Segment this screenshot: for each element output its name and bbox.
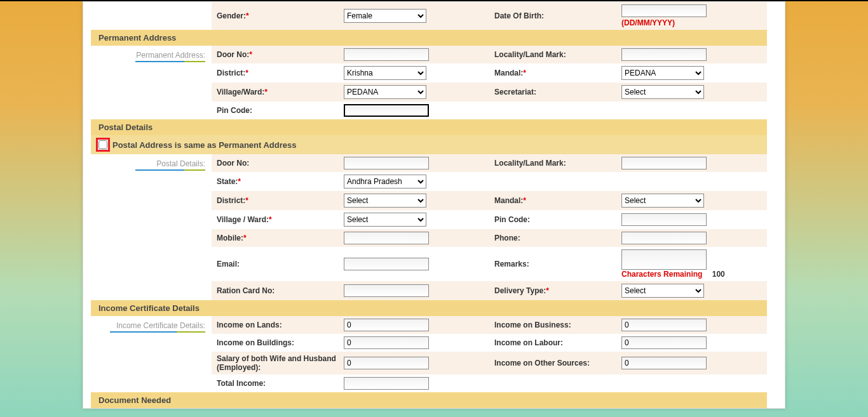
income-salary-label: Salary of both Wife and Husband (Employe… [217,354,344,372]
income-salary-input[interactable] [344,357,429,369]
same-as-permanent-checkbox[interactable] [98,140,107,149]
postal-pin-input[interactable] [621,213,707,226]
dob-input[interactable] [621,4,707,17]
postal-state-select[interactable]: Andhra Pradesh [344,175,426,189]
income-buildings-input[interactable] [344,336,429,349]
postal-locality-input[interactable] [621,157,707,169]
postal-ration-input[interactable] [344,284,429,297]
postal-phone-input[interactable] [621,232,707,244]
income-business-input[interactable] [621,319,707,331]
income-lands-label: Income on Lands: [217,321,344,329]
postal-delivery-select[interactable]: Select [621,284,704,298]
dob-label: Date Of Birth: [494,11,621,20]
applicant-row: Gender:* Female Date Of Birth: (DD/MM/YY… [91,2,767,30]
postal-door-input[interactable] [344,157,429,169]
postal-delivery-label: Delivery Type: [494,286,546,295]
postal-district-select[interactable]: Select [344,194,426,208]
postal-body: Postal Details: Door No: Locality/Land M… [91,154,767,300]
postal-remarks-label: Remarks: [494,260,621,268]
perm-locality-input[interactable] [621,48,707,61]
postal-village-select[interactable]: Select [344,213,426,227]
income-header: Income Certificate Details [91,300,767,316]
postal-state-label: State: [217,177,238,186]
income-body: Income Certificate Details: Income on La… [91,316,767,392]
postal-mobile-input[interactable] [344,232,429,244]
gender-label: Gender: [217,11,246,20]
postal-email-label: Email: [217,260,344,268]
perm-pincode-label: Pin Code: [217,106,344,115]
dob-hint: (DD/MM/YYYY) [621,18,762,27]
income-other-label: Income on Other Sources: [494,359,621,367]
postal-email-input[interactable] [344,258,429,270]
postal-mandal-label: Mandal: [494,196,523,205]
postal-district-label: District: [217,196,245,205]
postal-mobile-label: Mobile: [217,234,243,242]
perm-pincode-input[interactable] [344,104,429,117]
perm-secretariat-label: Secretariat: [494,88,621,96]
remarks-remaining-count: 100 [712,270,725,279]
income-buildings-label: Income on Buildings: [217,338,344,347]
perm-locality-label: Locality/Land Mark: [494,50,621,59]
perm-mandal-label: Mandal: [494,69,523,77]
perm-secretariat-select[interactable]: Select [621,85,704,99]
perm-village-select[interactable]: PEDANA [344,85,426,99]
income-total-input[interactable] [344,377,429,390]
income-total-label: Total Income: [217,379,344,388]
postal-mandal-select[interactable]: Select [621,194,704,208]
income-lands-input[interactable] [344,319,429,331]
perm-mandal-select[interactable]: PEDANA [621,66,704,80]
perm-district-select[interactable]: Krishna [344,66,426,80]
document-needed-header: Document Needed [91,392,767,408]
postal-door-label: Door No: [217,159,344,168]
postal-same-row: Postal Address is same as Permanent Addr… [91,135,767,154]
same-as-permanent-label: Postal Address is same as Permanent Addr… [112,140,297,150]
perm-door-input[interactable] [344,48,429,61]
permanent-address-body: Permanent Address: Door No:* Locality/La… [91,46,767,119]
income-other-input[interactable] [621,357,707,369]
remarks-remaining-label: Characters Remaining [621,270,702,279]
perm-door-label: Door No: [217,50,249,59]
income-labour-label: Income on Labour: [494,338,621,347]
postal-locality-label: Locality/Land Mark: [494,159,621,168]
permanent-address-header: Permanent Address [91,30,767,46]
income-business-label: Income on Business: [494,321,621,329]
postal-header: Postal Details [91,119,767,135]
postal-village-label: Village / Ward: [217,215,269,224]
income-side-label: Income Certificate Details: [116,321,205,331]
gender-select[interactable]: Female [344,9,426,23]
income-labour-input[interactable] [621,336,707,349]
perm-village-label: Village/Ward: [217,88,264,96]
postal-remarks-input[interactable] [621,249,707,270]
postal-phone-label: Phone: [494,234,621,242]
perm-district-label: District: [217,69,245,77]
postal-ration-label: Ration Card No: [217,286,344,295]
permanent-side-label: Permanent Address: [136,51,205,61]
postal-side-label: Postal Details: [156,159,205,169]
postal-pin-label: Pin Code: [494,215,621,224]
